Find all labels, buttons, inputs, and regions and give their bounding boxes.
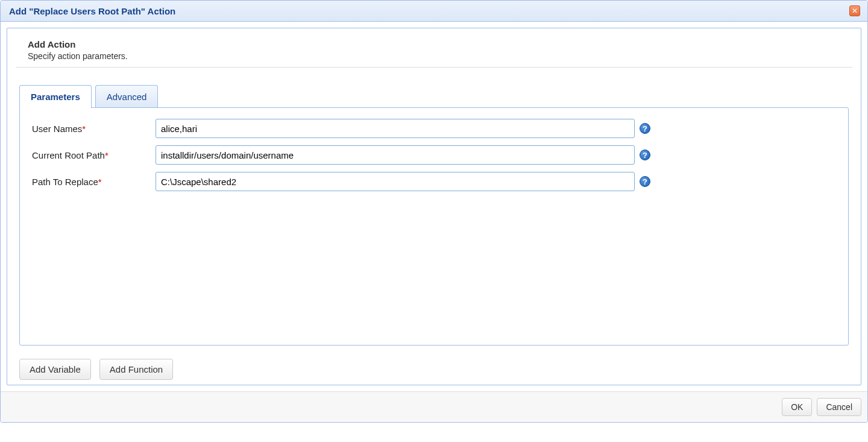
add-variable-button[interactable]: Add Variable [19,359,91,380]
row-user-names: User Names* ? [32,119,836,138]
cancel-button[interactable]: Cancel [817,398,861,416]
panel-heading: Add Action [28,39,840,49]
help-icon[interactable]: ? [640,123,650,134]
panel-subheading: Specify action parameters. [28,51,840,61]
tab-strip: Parameters Advanced [19,84,849,107]
panel-header: Add Action Specify action parameters. [16,28,852,68]
ok-button[interactable]: OK [782,398,812,416]
tabs: Parameters Advanced User Names* ? Curren… [19,84,849,346]
dialog-title: Add "Replace Users Root Path" Action [9,6,175,16]
user-names-input[interactable] [156,119,635,138]
required-marker: * [105,150,108,160]
dialog-footer: OK Cancel [1,391,867,422]
help-icon[interactable]: ? [640,176,650,187]
dialog-body: Add Action Specify action parameters. Pa… [1,22,867,391]
add-function-button[interactable]: Add Function [99,359,173,380]
label-text: Path To Replace [32,177,98,187]
row-path-to-replace: Path To Replace* ? [32,172,836,191]
label-user-names: User Names* [32,124,156,134]
tab-parameters[interactable]: Parameters [19,85,92,108]
row-current-root-path: Current Root Path* ? [32,145,836,165]
help-icon[interactable]: ? [640,150,650,160]
bottom-button-bar: Add Variable Add Function [7,346,861,385]
label-current-root-path: Current Root Path* [32,150,156,160]
tab-advanced[interactable]: Advanced [95,85,159,108]
tab-panel-parameters: User Names* ? Current Root Path* ? [19,107,849,346]
dialog-add-action: Add "Replace Users Root Path" Action ✕ A… [0,0,868,423]
label-text: Current Root Path [32,150,105,160]
close-icon[interactable]: ✕ [849,5,860,16]
required-marker: * [98,177,102,187]
required-marker: * [82,124,86,134]
current-root-path-input[interactable] [156,145,635,165]
label-text: User Names [32,124,82,134]
label-path-to-replace: Path To Replace* [32,177,156,187]
inner-panel: Add Action Specify action parameters. Pa… [7,28,861,385]
path-to-replace-input[interactable] [156,172,635,191]
dialog-titlebar: Add "Replace Users Root Path" Action ✕ [1,1,867,22]
